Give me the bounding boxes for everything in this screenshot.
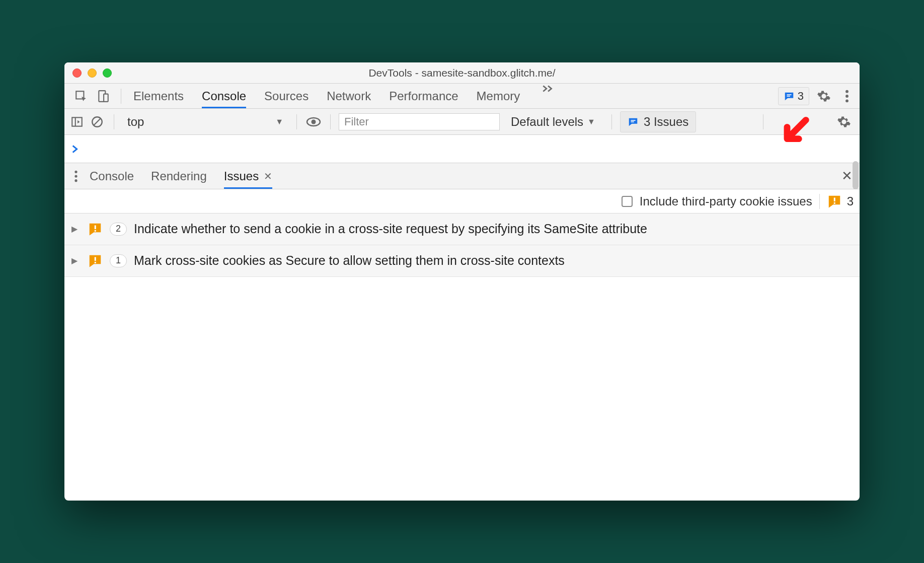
filter-input[interactable]: [339, 113, 500, 130]
tab-console[interactable]: Console: [202, 84, 246, 108]
drawer-tabs: Console Rendering Issues ✕: [84, 163, 272, 189]
more-tabs-icon[interactable]: [538, 84, 557, 108]
include-third-party-checkbox[interactable]: [622, 196, 633, 207]
drawer-kebab-icon[interactable]: [68, 168, 84, 185]
tab-network[interactable]: Network: [327, 84, 371, 108]
titlebar: DevTools - samesite-sandbox.glitch.me/: [64, 62, 860, 84]
close-tab-icon[interactable]: ✕: [264, 170, 272, 182]
clear-console-icon[interactable]: [89, 113, 106, 130]
issue-text: Indicate whether to send a cookie in a c…: [134, 221, 647, 238]
tab-elements[interactable]: Elements: [133, 84, 184, 108]
context-value: top: [127, 115, 144, 129]
main-tabs: Elements Console Sources Network Perform…: [126, 84, 557, 108]
console-settings-gear-icon[interactable]: [835, 113, 853, 130]
issue-row[interactable]: ▶ 1 Mark cross-site cookies as Secure to…: [64, 245, 860, 277]
drawer-tab-rendering[interactable]: Rendering: [151, 163, 207, 189]
svg-point-6: [845, 95, 849, 98]
issues-options-bar: Include third-party cookie issues 3: [64, 189, 860, 214]
issues-button[interactable]: 3 Issues: [620, 111, 696, 132]
window-title: DevTools - samesite-sandbox.glitch.me/: [64, 67, 860, 79]
console-toolbar: top ▼ Default levels ▼ 3 Issues: [64, 109, 860, 135]
svg-point-7: [845, 99, 849, 102]
inspect-element-icon[interactable]: [72, 88, 90, 105]
divider: [296, 114, 297, 129]
issue-text: Mark cross-site cookies as Secure to all…: [134, 252, 565, 269]
svg-point-16: [74, 170, 77, 173]
drawer-tab-issues[interactable]: Issues ✕: [224, 163, 272, 189]
log-levels-dropdown[interactable]: Default levels ▼: [503, 115, 603, 129]
issue-row[interactable]: ▶ 2 Indicate whether to send a cookie in…: [64, 214, 860, 245]
tab-memory[interactable]: Memory: [477, 84, 520, 108]
device-toggle-icon[interactable]: [95, 88, 112, 105]
include-third-party-label: Include third-party cookie issues: [640, 194, 812, 208]
tab-sources[interactable]: Sources: [264, 84, 309, 108]
svg-rect-14: [631, 120, 635, 121]
settings-gear-icon[interactable]: [815, 88, 832, 105]
issue-count-pill: 2: [110, 223, 127, 236]
svg-rect-2: [104, 94, 108, 101]
issues-counter-chip[interactable]: 3: [778, 87, 809, 105]
console-prompt[interactable]: [64, 135, 860, 163]
divider: [114, 114, 114, 129]
svg-point-18: [74, 179, 77, 182]
drawer-tab-console[interactable]: Console: [90, 163, 134, 189]
disclosure-triangle-icon[interactable]: ▶: [71, 256, 81, 265]
svg-rect-8: [72, 117, 82, 126]
svg-point-5: [845, 90, 849, 93]
svg-rect-15: [631, 121, 634, 122]
svg-line-11: [94, 118, 101, 125]
svg-rect-24: [95, 262, 96, 263]
message-icon: [784, 91, 795, 102]
divider: [121, 89, 121, 104]
svg-rect-19: [833, 197, 835, 201]
drawer-toolbar: Console Rendering Issues ✕ ✕: [64, 163, 860, 189]
dropdown-triangle-icon: ▼: [275, 117, 283, 126]
main-toolbar: Elements Console Sources Network Perform…: [64, 84, 860, 109]
issues-button-label: 3 Issues: [644, 115, 688, 129]
issues-counter-value: 3: [798, 90, 804, 103]
chevron-right-icon: [71, 145, 80, 153]
divider: [819, 194, 820, 209]
svg-rect-3: [787, 94, 791, 95]
svg-point-17: [74, 175, 77, 177]
devtools-window: DevTools - samesite-sandbox.glitch.me/ E…: [64, 62, 860, 501]
context-selector[interactable]: top ▼: [122, 115, 288, 129]
divider: [763, 114, 763, 129]
total-issues-count: 3: [827, 194, 854, 209]
dropdown-triangle-icon: ▼: [587, 117, 595, 126]
scrollbar-thumb[interactable]: [853, 161, 859, 189]
svg-rect-21: [95, 225, 96, 229]
svg-point-13: [312, 119, 316, 124]
sidebar-toggle-icon[interactable]: [68, 113, 86, 130]
svg-rect-22: [95, 230, 96, 232]
drawer-tab-label: Issues: [224, 169, 259, 183]
svg-rect-20: [833, 202, 835, 203]
disclosure-triangle-icon[interactable]: ▶: [71, 224, 81, 234]
divider: [611, 114, 612, 129]
issue-count-pill: 1: [110, 254, 127, 267]
warning-icon: [88, 222, 103, 237]
warning-icon: [88, 253, 103, 268]
svg-rect-4: [787, 96, 790, 97]
live-expression-icon[interactable]: [305, 113, 322, 130]
warning-icon: [827, 194, 842, 209]
divider: [330, 114, 331, 129]
total-issues-value: 3: [847, 194, 854, 208]
log-levels-label: Default levels: [511, 115, 583, 129]
svg-rect-23: [95, 257, 96, 261]
kebab-menu-icon[interactable]: [838, 88, 856, 105]
tab-performance[interactable]: Performance: [389, 84, 458, 108]
message-icon: [628, 116, 639, 127]
